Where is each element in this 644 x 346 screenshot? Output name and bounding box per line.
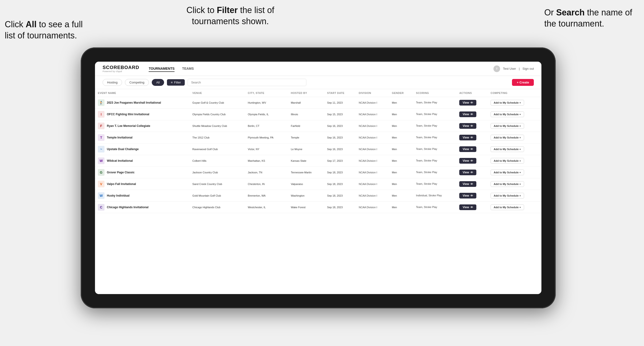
eye-icon-6: 👁 (470, 171, 473, 174)
tab-all[interactable]: All (152, 79, 164, 86)
scoring-5: Team, Stroke Play (413, 155, 456, 167)
event-cell-1: I OFCC Fighting Illini Invitational (95, 109, 190, 120)
gender-3: Men (389, 132, 413, 144)
scoring-2: Team, Stroke Play (413, 120, 456, 132)
nav-tournaments[interactable]: TOURNAMENTS (149, 66, 174, 72)
add-schedule-button-5[interactable]: Add to My Schedule + (490, 158, 524, 164)
hosted-by-4: Le Moyne (288, 144, 324, 155)
action-cell-3: View 👁 (456, 132, 488, 144)
event-cell-2: F Ryan T. Lee Memorial Collegiate (95, 120, 190, 132)
event-cell-3: T Temple Invitational (95, 132, 190, 144)
view-button-9[interactable]: View 👁 (459, 204, 476, 210)
add-schedule-button-3[interactable]: Add to My Schedule + (490, 135, 524, 140)
start-date-7: Sep 18, 2023 (324, 178, 356, 190)
filter-label: Filter (174, 81, 181, 84)
action-cell-9: View 👁 (456, 201, 488, 213)
city-state-3: Plymouth Meeting, PA (245, 132, 288, 144)
search-input[interactable] (188, 79, 306, 86)
tab-competing[interactable]: Competing (125, 79, 149, 86)
table-row: G Grover Page Classic Jackson Country Cl… (95, 167, 542, 178)
add-schedule-button-4[interactable]: Add to My Schedule + (490, 146, 524, 152)
toolbar: Hosting Competing All ≡ Filter + Create (95, 76, 542, 89)
hosted-by-9: Wake Forest (288, 201, 324, 213)
create-button[interactable]: + Create (512, 79, 534, 86)
team-logo-4: ~ (98, 146, 104, 153)
schedule-cell-5: Add to My Schedule + (488, 155, 542, 167)
venue-9: Chicago Highlands Club (190, 201, 245, 213)
app-header: SCOREBOARD Powered by clippd TOURNAMENTS… (95, 62, 542, 76)
division-1: NCAA Division I (356, 109, 389, 120)
action-cell-5: View 👁 (456, 155, 488, 167)
hosted-by-3: Temple (288, 132, 324, 144)
city-state-7: Chesterton, IN (245, 178, 288, 190)
venue-5: Colbert Hills (190, 155, 245, 167)
team-logo-5: W (98, 158, 104, 164)
gender-9: Men (389, 201, 413, 213)
venue-0: Guyan Golf & Country Club (190, 97, 245, 109)
avatar: T (494, 65, 500, 72)
add-schedule-button-1[interactable]: Add to My Schedule + (490, 111, 524, 117)
view-button-1[interactable]: View 👁 (459, 111, 476, 117)
view-button-4[interactable]: View 👁 (459, 146, 476, 152)
view-button-2[interactable]: View 👁 (459, 123, 476, 129)
schedule-cell-4: Add to My Schedule + (488, 144, 542, 155)
division-3: NCAA Division I (356, 132, 389, 144)
tablet-frame: SCOREBOARD Powered by clippd TOURNAMENTS… (81, 47, 556, 308)
add-schedule-button-0[interactable]: Add to My Schedule + (490, 100, 524, 106)
event-name-6: Grover Page Classic (107, 171, 135, 174)
gender-4: Men (389, 144, 413, 155)
scoring-0: Team, Stroke Play (413, 97, 456, 109)
event-name-1: OFCC Fighting Illini Invitational (107, 113, 149, 116)
eye-icon-2: 👁 (470, 125, 473, 127)
hosted-by-6: Tennessee-Martin (288, 167, 324, 178)
view-button-3[interactable]: View 👁 (459, 135, 476, 140)
team-logo-1: I (98, 111, 104, 118)
gender-6: Men (389, 167, 413, 178)
action-cell-6: View 👁 (456, 167, 488, 178)
start-date-2: Sep 16, 2023 (324, 120, 356, 132)
event-cell-4: ~ Upstate Dual Challenge (95, 144, 190, 155)
schedule-cell-3: Add to My Schedule + (488, 132, 542, 144)
team-logo-9: C (98, 204, 104, 211)
division-9: NCAA Division I (356, 201, 389, 213)
city-state-2: Berlin, CT (245, 120, 288, 132)
venue-6: Jackson Country Club (190, 167, 245, 178)
schedule-cell-2: Add to My Schedule + (488, 120, 542, 132)
view-button-6[interactable]: View 👁 (459, 170, 476, 175)
action-cell-1: View 👁 (456, 109, 488, 120)
tab-hosting[interactable]: Hosting (102, 79, 122, 86)
team-logo-7: V (98, 181, 104, 187)
event-name-7: Valpo Fall Invitational (107, 182, 136, 186)
filter-button[interactable]: ≡ Filter (167, 79, 184, 86)
team-logo-6: G (98, 169, 104, 176)
col-competing: COMPETING (488, 89, 542, 97)
nav-teams[interactable]: TEAMS (182, 66, 194, 72)
tournament-table: EVENT NAME VENUE CITY, STATE HOSTED BY S… (95, 89, 542, 213)
start-date-9: Sep 18, 2023 (324, 201, 356, 213)
view-button-7[interactable]: View 👁 (459, 181, 476, 187)
hosted-by-1: Illinois (288, 109, 324, 120)
signout-link[interactable]: Sign out (522, 67, 534, 70)
view-button-5[interactable]: View 👁 (459, 158, 476, 164)
add-schedule-button-2[interactable]: Add to My Schedule + (490, 123, 524, 129)
event-cell-5: W Wildcat Invitational (95, 155, 190, 167)
scoring-7: Team, Stroke Play (413, 178, 456, 190)
table-row: V Valpo Fall Invitational Sand Creek Cou… (95, 178, 542, 190)
add-schedule-button-7[interactable]: Add to My Schedule + (490, 181, 524, 187)
add-schedule-button-6[interactable]: Add to My Schedule + (490, 170, 524, 175)
venue-1: Olympia Fields Country Club (190, 109, 245, 120)
scoring-9: Team, Stroke Play (413, 201, 456, 213)
view-button-0[interactable]: View 👁 (459, 100, 476, 106)
add-schedule-button-9[interactable]: Add to My Schedule + (490, 204, 524, 210)
team-logo-2: F (98, 123, 104, 129)
view-button-8[interactable]: View 👁 (459, 193, 476, 198)
city-state-0: Huntington, WV (245, 97, 288, 109)
user-label: Test User (503, 67, 516, 70)
add-schedule-button-8[interactable]: Add to My Schedule + (490, 193, 524, 198)
division-4: NCAA Division I (356, 144, 389, 155)
gender-8: Men (389, 190, 413, 201)
gender-1: Men (389, 109, 413, 120)
action-cell-4: View 👁 (456, 144, 488, 155)
venue-7: Sand Creek Country Club (190, 178, 245, 190)
venue-3: The 1912 Club (190, 132, 245, 144)
